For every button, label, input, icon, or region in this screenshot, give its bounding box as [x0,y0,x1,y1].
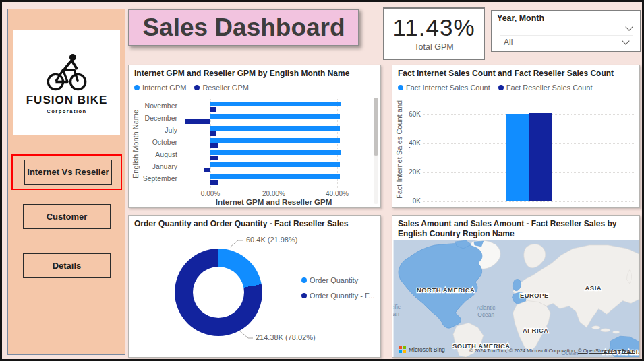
y-axis-tick: 20K [402,168,421,176]
sidebar: FUSION BIKE Corporation Internet Vs Rese… [7,9,125,355]
bar-internet-gpm[interactable] [210,138,340,143]
bar-internet-gpm[interactable] [210,126,340,131]
map-attribution: © 2024 TomTom, © 2024 Microsoft Corporat… [469,348,635,354]
chart-legend: Internet GPM Reseller GPM [134,84,249,92]
world-map[interactable]: Pacific Ocean Atlantic Ocean Ocean NORTH… [393,240,639,357]
slicer-selected-value: All [504,38,513,47]
dashboard-window: FUSION BIKE Corporation Internet Vs Rese… [0,0,644,361]
ocean-label-pacific: Pacific [393,304,401,310]
chart-title: Sales Amount and Sales Amount - Fact Res… [398,219,635,239]
bar-reseller-gpm[interactable] [210,143,218,148]
legend-item-internet-sales-count[interactable]: Fact Internet Sales Count [398,84,490,92]
bar-reseller-gpm[interactable] [210,131,216,136]
ocean-label-pacific: Ocean [393,310,399,317]
continent-label-asia: ASIA [585,284,602,292]
legend-dot-icon [134,85,140,90]
legend-item-reseller-sales-count[interactable]: Fact Reseller Sales Count [498,84,593,92]
x-axis-tick: 40.00% [326,190,349,197]
donut-chart[interactable] [175,249,262,336]
legend-dot-icon [301,293,307,298]
year-month-slicer: Year, Month All [491,10,641,52]
nav-button-customer[interactable]: Customer [23,204,111,229]
donut-chart-panel: Order Quantity and Order Quantity - Fact… [128,215,381,358]
legend-dot-icon [498,85,504,90]
kpi-card-total-gpm: 11.43% Total GPM [383,7,485,60]
legend-item-order-quantity[interactable]: Order Quantity [301,276,375,284]
nav-button-internet-vs-reseller[interactable]: Internet Vs Reseller [24,160,112,185]
y-axis-tick: 60K [402,110,421,118]
donut-callout-reseller: 214.38K (78.02%) [256,333,316,341]
y-axis-tick: 0K [402,197,421,205]
gridline [423,201,635,202]
chevron-down-icon[interactable] [622,37,629,44]
column-fact-reseller-sales-count[interactable] [529,113,552,201]
bar-internet-gpm[interactable] [210,162,340,167]
column-fact-internet-sales-count[interactable] [506,114,529,201]
x-axis-tick: 20.00% [262,190,285,197]
company-logo: FUSION BIKE Corporation [13,30,120,135]
y-axis-tick: 40K [402,139,421,147]
ocean-label-atlantic: Atlantic [477,304,496,311]
category-label: July [129,125,177,135]
slicer-title: Year, Month [497,13,544,23]
bar-reseller-gpm[interactable] [210,180,218,185]
column-chart-panel: Fact Internet Sales Count and Fact Resel… [392,65,640,208]
chart-title: Fact Internet Sales Count and Fact Resel… [398,69,614,79]
openstreetmap-link[interactable]: © OpenStreetMap [578,348,619,354]
kpi-label: Total GPM [384,42,484,52]
logo-subtitle: Corporation [47,108,86,114]
bar-plot-area: NovemberDecemberJulyOctoberAugustJanuary… [129,100,373,188]
legend-item-reseller-gpm[interactable]: Reseller GPM [194,84,248,92]
terms-link[interactable]: Terms [622,348,635,354]
bar-reseller-gpm[interactable] [210,107,216,112]
category-label: August [129,149,177,160]
ocean-label-atlantic: Ocean [477,311,494,318]
bar-internet-gpm[interactable] [210,102,341,106]
chevron-down-icon[interactable] [625,23,633,30]
microsoft-logo-icon [399,346,406,353]
legend-item-order-quantity-reseller[interactable]: Order Quantity - F... [301,292,375,300]
selected-page-indicator: Internet Vs Reseller [11,154,122,190]
x-axis-title: Internet GPM and Reseller GPM [173,198,375,206]
category-label: December [129,112,177,123]
chart-title: Order Quantity and Order Quantity - Fact… [134,219,348,229]
legend-item-internet-gpm[interactable]: Internet GPM [134,84,186,92]
category-label: September [129,173,177,184]
logo-title: FUSION BIKE [26,94,108,107]
chart-title: Internet GPM and Reseller GPM by English… [134,69,349,79]
map-panel: Sales Amount and Sales Amount - Fact Res… [392,215,640,358]
legend-dot-icon [301,277,307,283]
continent-label-north-america: NORTH AMERICA [417,286,475,294]
bar-reseller-gpm[interactable] [185,119,210,124]
page-title: Sales Dashboard [128,9,359,46]
continent-label-africa: AFRICA [523,327,549,334]
bar-chart-panel: Internet GPM and Reseller GPM by English… [128,65,381,208]
bar-internet-gpm[interactable] [210,174,340,179]
kpi-value: 11.43% [384,14,484,41]
x-axis-tick: 0.00% [201,190,220,197]
category-label: October [129,137,177,147]
bar-internet-gpm[interactable] [210,114,340,119]
bar-reseller-gpm[interactable] [210,156,218,160]
bicycle-rider-icon [42,51,91,92]
bar-internet-gpm[interactable] [210,150,341,155]
chart-legend: Order Quantity Order Quantity - F... [301,276,375,307]
legend-dot-icon [398,85,403,90]
chart-scrollbar[interactable] [374,98,378,204]
category-label: January [129,161,177,172]
nav-button-details[interactable]: Details [23,253,111,278]
slicer-dropdown[interactable]: All [500,35,633,48]
bing-logo: Microsoft Bing [399,346,445,353]
map-canvas: Pacific Ocean Atlantic Ocean Ocean NORTH… [393,240,639,357]
scrollbar-thumb[interactable] [374,98,378,156]
legend-dot-icon [194,85,200,90]
chart-legend: Fact Internet Sales Count Fact Reseller … [398,84,593,92]
continent-label-europe: EUROPE [520,292,549,299]
bar-reseller-gpm[interactable] [204,168,210,172]
category-label: November [129,100,177,111]
donut-callout-internet: 60.4K (21.98%) [246,236,297,244]
